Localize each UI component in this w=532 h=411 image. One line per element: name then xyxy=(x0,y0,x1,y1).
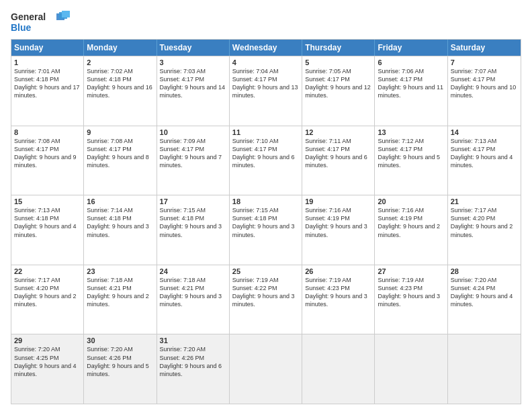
empty-cell xyxy=(375,334,447,404)
calendar-day-16[interactable]: 16Sunrise: 7:14 AMSunset: 4:18 PMDayligh… xyxy=(84,195,157,265)
calendar-day-2[interactable]: 2Sunrise: 7:02 AMSunset: 4:18 PMDaylight… xyxy=(84,56,157,126)
day-number: 1 xyxy=(14,58,81,66)
day-number: 15 xyxy=(14,197,81,205)
calendar-day-31[interactable]: 31Sunrise: 7:20 AMSunset: 4:26 PMDayligh… xyxy=(157,334,230,404)
day-number: 17 xyxy=(160,197,226,205)
day-number: 27 xyxy=(378,267,444,275)
calendar-day-13[interactable]: 13Sunrise: 7:12 AMSunset: 4:17 PMDayligh… xyxy=(375,126,447,195)
calendar-container: General Blue SundayMondayTuesdayWednesda… xyxy=(0,0,532,411)
day-number: 3 xyxy=(160,58,226,66)
day-info: Sunrise: 7:16 AMSunset: 4:19 PMDaylight:… xyxy=(378,206,444,239)
empty-cell xyxy=(448,334,521,404)
svg-text:Blue: Blue xyxy=(11,22,32,33)
calendar-day-21[interactable]: 21Sunrise: 7:17 AMSunset: 4:20 PMDayligh… xyxy=(448,195,521,265)
day-number: 12 xyxy=(305,128,371,136)
day-number: 6 xyxy=(378,58,444,66)
day-info: Sunrise: 7:19 AMSunset: 4:22 PMDaylight:… xyxy=(232,276,299,309)
day-info: Sunrise: 7:20 AMSunset: 4:26 PMDaylight:… xyxy=(87,345,153,378)
calendar-day-1[interactable]: 1Sunrise: 7:01 AMSunset: 4:18 PMDaylight… xyxy=(11,56,84,126)
day-info: Sunrise: 7:13 AMSunset: 4:17 PMDaylight:… xyxy=(451,137,518,170)
calendar-day-6[interactable]: 6Sunrise: 7:06 AMSunset: 4:17 PMDaylight… xyxy=(375,56,447,126)
svg-text:General: General xyxy=(11,11,46,22)
calendar-day-30[interactable]: 30Sunrise: 7:20 AMSunset: 4:26 PMDayligh… xyxy=(84,334,157,404)
day-info: Sunrise: 7:12 AMSunset: 4:17 PMDaylight:… xyxy=(378,137,444,170)
calendar-day-26[interactable]: 26Sunrise: 7:19 AMSunset: 4:23 PMDayligh… xyxy=(302,265,375,334)
calendar-day-4[interactable]: 4Sunrise: 7:04 AMSunset: 4:17 PMDaylight… xyxy=(230,56,302,126)
day-number: 8 xyxy=(14,128,81,136)
header-day-tuesday: Tuesday xyxy=(157,40,230,56)
header-day-monday: Monday xyxy=(84,40,157,56)
day-number: 13 xyxy=(378,128,444,136)
logo: General Blue xyxy=(11,8,71,35)
day-info: Sunrise: 7:08 AMSunset: 4:17 PMDaylight:… xyxy=(87,137,153,170)
day-info: Sunrise: 7:16 AMSunset: 4:19 PMDaylight:… xyxy=(305,206,371,239)
day-info: Sunrise: 7:15 AMSunset: 4:18 PMDaylight:… xyxy=(160,206,226,239)
calendar-week-4: 22Sunrise: 7:17 AMSunset: 4:20 PMDayligh… xyxy=(11,265,521,334)
calendar-day-17[interactable]: 17Sunrise: 7:15 AMSunset: 4:18 PMDayligh… xyxy=(157,195,230,265)
day-info: Sunrise: 7:07 AMSunset: 4:17 PMDaylight:… xyxy=(451,67,518,100)
calendar-day-10[interactable]: 10Sunrise: 7:09 AMSunset: 4:17 PMDayligh… xyxy=(157,126,230,195)
day-number: 28 xyxy=(451,267,518,275)
day-number: 2 xyxy=(87,58,153,66)
day-info: Sunrise: 7:15 AMSunset: 4:18 PMDaylight:… xyxy=(232,206,299,239)
empty-cell xyxy=(302,334,375,404)
day-info: Sunrise: 7:18 AMSunset: 4:21 PMDaylight:… xyxy=(87,276,153,309)
day-info: Sunrise: 7:20 AMSunset: 4:24 PMDaylight:… xyxy=(451,276,518,309)
calendar-day-14[interactable]: 14Sunrise: 7:13 AMSunset: 4:17 PMDayligh… xyxy=(448,126,521,195)
calendar-day-27[interactable]: 27Sunrise: 7:19 AMSunset: 4:23 PMDayligh… xyxy=(375,265,447,334)
svg-marker-4 xyxy=(62,11,70,17)
day-info: Sunrise: 7:17 AMSunset: 4:20 PMDaylight:… xyxy=(451,206,518,239)
day-info: Sunrise: 7:19 AMSunset: 4:23 PMDaylight:… xyxy=(305,276,371,309)
day-info: Sunrise: 7:03 AMSunset: 4:17 PMDaylight:… xyxy=(160,67,226,100)
day-number: 23 xyxy=(87,267,153,275)
calendar-day-3[interactable]: 3Sunrise: 7:03 AMSunset: 4:17 PMDaylight… xyxy=(157,56,230,126)
logo-svg: General Blue xyxy=(11,8,71,35)
calendar: SundayMondayTuesdayWednesdayThursdayFrid… xyxy=(11,39,521,404)
day-number: 18 xyxy=(232,197,299,205)
day-number: 5 xyxy=(305,58,371,66)
day-number: 19 xyxy=(305,197,371,205)
day-number: 10 xyxy=(160,128,226,136)
calendar-day-24[interactable]: 24Sunrise: 7:18 AMSunset: 4:21 PMDayligh… xyxy=(157,265,230,334)
calendar-day-12[interactable]: 12Sunrise: 7:11 AMSunset: 4:17 PMDayligh… xyxy=(302,126,375,195)
day-number: 16 xyxy=(87,197,153,205)
calendar-header: SundayMondayTuesdayWednesdayThursdayFrid… xyxy=(11,40,521,56)
calendar-day-18[interactable]: 18Sunrise: 7:15 AMSunset: 4:18 PMDayligh… xyxy=(230,195,302,265)
day-info: Sunrise: 7:04 AMSunset: 4:17 PMDaylight:… xyxy=(232,67,299,100)
day-info: Sunrise: 7:18 AMSunset: 4:21 PMDaylight:… xyxy=(160,276,226,309)
day-info: Sunrise: 7:08 AMSunset: 4:17 PMDaylight:… xyxy=(14,137,81,170)
header-day-friday: Friday xyxy=(375,40,447,56)
calendar-day-23[interactable]: 23Sunrise: 7:18 AMSunset: 4:21 PMDayligh… xyxy=(84,265,157,334)
day-number: 11 xyxy=(232,128,299,136)
day-info: Sunrise: 7:01 AMSunset: 4:18 PMDaylight:… xyxy=(14,67,81,100)
day-number: 30 xyxy=(87,336,153,345)
day-info: Sunrise: 7:02 AMSunset: 4:18 PMDaylight:… xyxy=(87,67,153,100)
day-number: 21 xyxy=(451,197,518,205)
day-number: 31 xyxy=(160,336,226,345)
day-info: Sunrise: 7:10 AMSunset: 4:17 PMDaylight:… xyxy=(232,137,299,170)
calendar-day-22[interactable]: 22Sunrise: 7:17 AMSunset: 4:20 PMDayligh… xyxy=(11,265,84,334)
day-number: 24 xyxy=(160,267,226,275)
calendar-day-5[interactable]: 5Sunrise: 7:05 AMSunset: 4:17 PMDaylight… xyxy=(302,56,375,126)
day-info: Sunrise: 7:14 AMSunset: 4:18 PMDaylight:… xyxy=(87,206,153,239)
calendar-day-20[interactable]: 20Sunrise: 7:16 AMSunset: 4:19 PMDayligh… xyxy=(375,195,447,265)
calendar-day-25[interactable]: 25Sunrise: 7:19 AMSunset: 4:22 PMDayligh… xyxy=(230,265,302,334)
day-number: 26 xyxy=(305,267,371,275)
calendar-day-9[interactable]: 9Sunrise: 7:08 AMSunset: 4:17 PMDaylight… xyxy=(84,126,157,195)
day-number: 9 xyxy=(87,128,153,136)
calendar-day-8[interactable]: 8Sunrise: 7:08 AMSunset: 4:17 PMDaylight… xyxy=(11,126,84,195)
page-header: General Blue xyxy=(11,8,521,35)
calendar-week-3: 15Sunrise: 7:13 AMSunset: 4:18 PMDayligh… xyxy=(11,195,521,265)
calendar-week-1: 1Sunrise: 7:01 AMSunset: 4:18 PMDaylight… xyxy=(11,56,521,126)
calendar-body: 1Sunrise: 7:01 AMSunset: 4:18 PMDaylight… xyxy=(11,56,521,404)
calendar-day-7[interactable]: 7Sunrise: 7:07 AMSunset: 4:17 PMDaylight… xyxy=(448,56,521,126)
calendar-day-11[interactable]: 11Sunrise: 7:10 AMSunset: 4:17 PMDayligh… xyxy=(230,126,302,195)
header-day-thursday: Thursday xyxy=(302,40,375,56)
day-info: Sunrise: 7:20 AMSunset: 4:25 PMDaylight:… xyxy=(14,345,81,378)
empty-cell xyxy=(230,334,302,404)
calendar-day-29[interactable]: 29Sunrise: 7:20 AMSunset: 4:25 PMDayligh… xyxy=(11,334,84,404)
calendar-day-28[interactable]: 28Sunrise: 7:20 AMSunset: 4:24 PMDayligh… xyxy=(448,265,521,334)
calendar-day-19[interactable]: 19Sunrise: 7:16 AMSunset: 4:19 PMDayligh… xyxy=(302,195,375,265)
day-info: Sunrise: 7:20 AMSunset: 4:26 PMDaylight:… xyxy=(160,345,226,378)
calendar-day-15[interactable]: 15Sunrise: 7:13 AMSunset: 4:18 PMDayligh… xyxy=(11,195,84,265)
